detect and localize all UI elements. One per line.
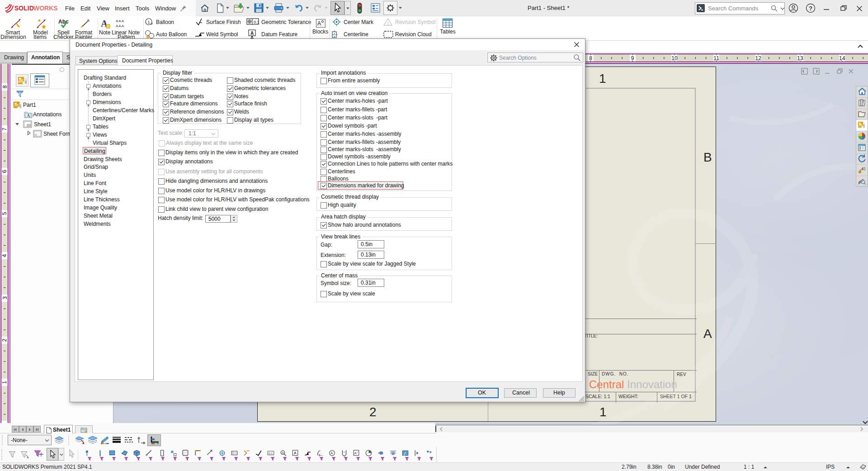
svg-text:14: 14 bbox=[839, 55, 845, 62]
svg-text:A: A bbox=[294, 451, 297, 455]
svg-text:0.1: 0.1 bbox=[269, 452, 273, 455]
svg-text:AAA: AAA bbox=[116, 24, 124, 28]
svg-text:3: 3 bbox=[2, 296, 8, 300]
svg-text:12: 12 bbox=[755, 55, 762, 62]
svg-text:8: 8 bbox=[2, 85, 8, 88]
svg-text:A°: A° bbox=[354, 451, 358, 455]
svg-text:WORKS: WORKS bbox=[33, 5, 58, 12]
svg-text:10: 10 bbox=[671, 55, 678, 62]
svg-text:1: 1 bbox=[147, 20, 150, 24]
svg-text:A: A bbox=[250, 31, 254, 36]
svg-text:6: 6 bbox=[2, 170, 8, 173]
svg-text:2: 2 bbox=[2, 338, 8, 342]
svg-text:5: 5 bbox=[2, 212, 8, 215]
svg-text:0.1: 0.1 bbox=[254, 20, 259, 24]
svg-text:A: A bbox=[27, 113, 30, 118]
svg-text:4: 4 bbox=[2, 254, 8, 257]
svg-text:11: 11 bbox=[713, 55, 719, 62]
svg-text:Abc: Abc bbox=[58, 19, 69, 25]
svg-text:AAA: AAA bbox=[116, 19, 124, 23]
svg-text:N: N bbox=[282, 451, 284, 454]
svg-text:A: A bbox=[330, 451, 333, 455]
svg-text:1: 1 bbox=[2, 381, 8, 384]
svg-text:7: 7 bbox=[2, 128, 8, 131]
svg-text:9: 9 bbox=[631, 55, 634, 62]
svg-text:?: ? bbox=[809, 5, 812, 12]
svg-text:13: 13 bbox=[797, 55, 803, 62]
svg-text:A: A bbox=[317, 20, 321, 27]
svg-text:SOLID: SOLID bbox=[14, 5, 34, 12]
svg-text:8: 8 bbox=[589, 55, 592, 62]
svg-text:1: 1 bbox=[387, 21, 389, 25]
